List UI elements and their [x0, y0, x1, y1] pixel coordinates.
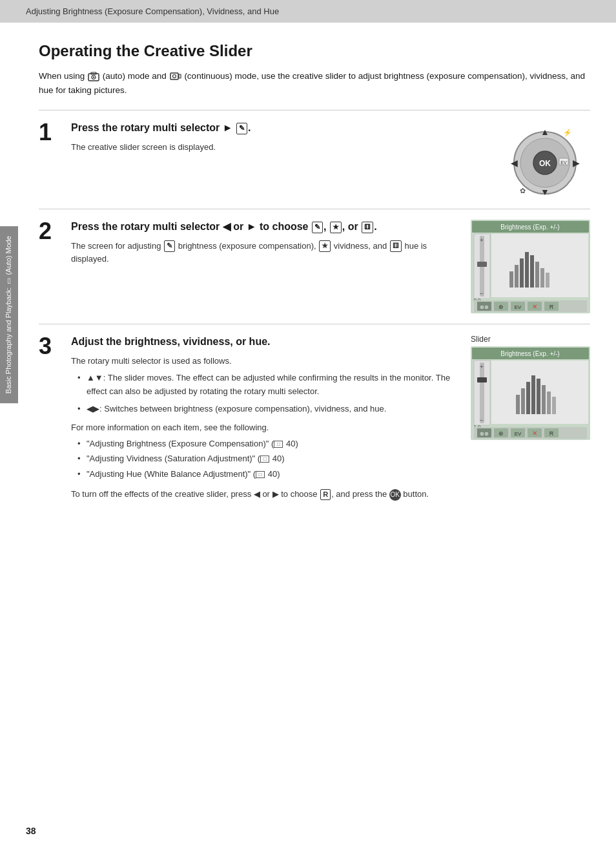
svg-text:−: −: [480, 290, 484, 297]
svg-text:R: R: [549, 304, 554, 310]
step-3-info-intro: For more information on each item, see t…: [71, 421, 458, 435]
book-icon-1: □: [274, 441, 283, 448]
svg-rect-57: [516, 395, 520, 414]
svg-rect-59: [526, 382, 530, 414]
svg-text:◀: ◀: [511, 158, 518, 168]
step-1-image: OK ▲ ▼ ◀ ▶ ⚡ ✿ EV: [500, 121, 590, 198]
page-title: Operating the Creative Slider: [39, 42, 590, 60]
svg-text:⊛⊛: ⊛⊛: [480, 431, 489, 437]
slider-screen-svg: Brightness (Exp. +/-) + −: [471, 346, 590, 440]
footer-note: To turn off the effects of the creative …: [71, 488, 458, 501]
step-3-intro: The rotary multi selector is used as fol…: [71, 355, 458, 368]
step-1-body: The creative slider screen is displayed.: [71, 141, 487, 154]
svg-text:✕: ✕: [532, 430, 537, 437]
brightness-screen-svg: Brightness (Exp. +/-) + −: [471, 220, 590, 313]
info-link-2: • "Adjusting Vividness (Saturation Adjus…: [77, 452, 458, 466]
svg-text:⊛: ⊛: [498, 430, 504, 437]
svg-rect-33: [535, 262, 539, 288]
svg-point-6: [172, 75, 176, 78]
svg-rect-28: [509, 271, 513, 288]
step-3-content: Adjust the brightness, vividness, or hue…: [71, 335, 458, 501]
step-2: 2 Press the rotary multi selector ◀ or ►…: [39, 209, 590, 324]
svg-rect-27: [491, 234, 588, 297]
svg-text:EV: EV: [515, 431, 522, 437]
svg-rect-4: [170, 73, 178, 79]
svg-rect-53: [477, 377, 487, 383]
page-number: 38: [26, 826, 36, 836]
svg-text:✕: ✕: [532, 303, 537, 310]
svg-text:+: +: [480, 236, 484, 244]
step-1-content: Press the rotary multi selector ► ✎. The…: [71, 121, 487, 154]
svg-text:−: −: [480, 417, 484, 424]
step-2-image: Brightness (Exp. +/-) + −: [471, 220, 590, 313]
svg-rect-63: [547, 392, 551, 414]
info-link-1: • "Adjusting Brightness (Exposure Compen…: [77, 437, 458, 451]
svg-rect-62: [542, 385, 546, 414]
side-tab-text: Basic Photography and Playback: ▯ (Auto)…: [5, 236, 12, 393]
ev-icon: ✎: [236, 123, 247, 134]
svg-rect-60: [531, 375, 535, 414]
header-text: Adjusting Brightness (Exposure Compensat…: [26, 6, 279, 16]
header-bar: Adjusting Brightness (Exposure Compensat…: [0, 0, 616, 23]
svg-text:⊛⊛: ⊛⊛: [480, 304, 489, 310]
step-3-bullet-1: • ▲▼: The slider moves. The effect can b…: [77, 372, 458, 399]
book-icon-2: □: [260, 456, 269, 463]
step-3-bullet-2: • ◀▶: Switches between brightness (expos…: [77, 403, 458, 416]
svg-text:OK: OK: [539, 159, 551, 168]
step-2-title: Press the rotary multi selector ◀ or ► t…: [71, 220, 458, 234]
hue-sym2: ⚅: [390, 240, 402, 251]
step-3: 3 Adjust the brightness, vividness, or h…: [39, 324, 590, 512]
ok-sym: OK: [389, 489, 401, 501]
step-1: 1 Press the rotary multi selector ► ✎. T…: [39, 110, 590, 209]
vivid-sym2: ★: [319, 240, 331, 251]
ev-sym2: ✎: [164, 240, 175, 251]
svg-text:+: +: [480, 363, 484, 370]
svg-rect-32: [530, 255, 534, 288]
camera-icon: [88, 71, 99, 81]
ev-sym: ✎: [312, 222, 323, 233]
svg-text:⊛: ⊛: [498, 304, 504, 310]
svg-rect-52: [480, 362, 484, 423]
svg-point-3: [93, 77, 94, 78]
book-icon-3: □: [256, 471, 265, 478]
step-3-body: The rotary multi selector is used as fol…: [71, 355, 458, 501]
svg-rect-24: [477, 262, 487, 267]
svg-rect-29: [515, 265, 518, 288]
info-link-3: • "Adjusting Hue (White Balance Adjustme…: [77, 468, 458, 481]
intro-paragraph: When using (auto) mode and (continuous) …: [39, 69, 590, 97]
main-content: Operating the Creative Slider When using…: [0, 23, 616, 531]
step-2-body: The screen for adjusting ✎ brightness (e…: [71, 240, 458, 267]
svg-rect-31: [525, 252, 529, 288]
svg-text:Brightness (Exp. +/-): Brightness (Exp. +/-): [500, 224, 559, 231]
step-3-title: Adjust the brightness, vividness, or hue…: [71, 335, 458, 349]
step-1-number: 1: [39, 121, 58, 154]
svg-rect-61: [537, 379, 540, 414]
step-1-title: Press the rotary multi selector ► ✎.: [71, 121, 487, 135]
step-2-number: 2: [39, 220, 58, 266]
svg-rect-5: [179, 74, 181, 78]
svg-rect-64: [552, 397, 556, 414]
svg-rect-58: [521, 388, 525, 414]
step-3-number: 3: [39, 335, 58, 358]
svg-text:Brightness (Exp. +/-): Brightness (Exp. +/-): [500, 350, 559, 357]
step-3-image: Slider Brightness (Exp. +/-) + −: [471, 335, 590, 440]
step-2-content: Press the rotary multi selector ◀ or ► t…: [71, 220, 458, 266]
svg-text:▲: ▲: [540, 127, 549, 137]
hue-sym: ⚅: [362, 222, 373, 233]
svg-text:▶: ▶: [573, 158, 580, 168]
svg-text:▼: ▼: [540, 187, 549, 197]
svg-text:EV: EV: [515, 304, 522, 310]
svg-rect-34: [540, 268, 544, 288]
vivid-sym: ★: [330, 222, 342, 233]
side-tab: Basic Photography and Playback: ▯ (Auto)…: [0, 226, 18, 403]
svg-rect-35: [546, 273, 549, 288]
svg-text:R: R: [549, 430, 554, 437]
r-sym: R: [320, 489, 331, 500]
svg-text:✿: ✿: [520, 187, 526, 194]
svg-rect-30: [520, 258, 524, 288]
continuous-icon: [170, 71, 181, 81]
slider-label: Slider: [471, 335, 491, 344]
svg-text:EV: EV: [560, 160, 567, 165]
svg-text:⚡: ⚡: [563, 128, 572, 137]
camera-dial-svg: OK ▲ ▼ ◀ ▶ ⚡ ✿ EV: [500, 121, 590, 198]
